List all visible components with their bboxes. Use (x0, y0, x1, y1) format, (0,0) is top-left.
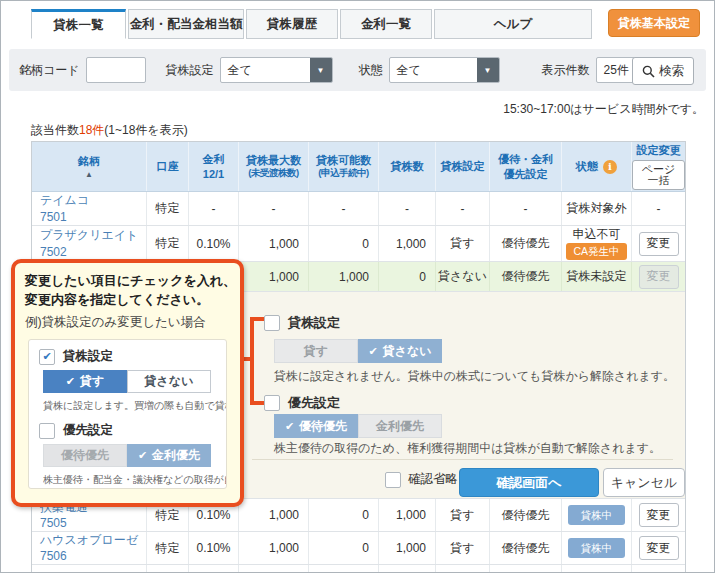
example-lending-toggle: ✔ 貸す 貸さない (43, 370, 211, 393)
result-count-suffix: (1~18件を表示) (104, 123, 187, 137)
stock-name-link[interactable]: プラザクリエイト7502 (32, 226, 147, 261)
status-cell: 貸株未設定 (562, 262, 632, 291)
change-button-disabled: 変更 (639, 265, 679, 289)
lending-setting-toggle: 貸す ✔ 貸さない (274, 339, 442, 363)
setting-filter-select[interactable]: 全て ▼ (220, 57, 333, 83)
priority-setting-checkbox-row: 優先設定 (264, 394, 340, 412)
service-hours-notice: 15:30~17:00はサービス時間外です。 (503, 101, 704, 118)
account-cell: 特定 (147, 192, 189, 225)
check-icon: ✔ (138, 450, 147, 461)
header-lending-count: 貸株数 (379, 142, 436, 191)
tab-help[interactable]: ヘルプ (434, 9, 592, 39)
example-lending-description: 貸株に設定します。買増の際も自動で貸株が行 (43, 399, 226, 413)
dropdown-arrow-icon: ▼ (477, 57, 499, 83)
change-button[interactable]: 変更 (639, 536, 679, 560)
action-cell: - (632, 192, 685, 225)
sort-asc-icon[interactable]: ▲ (85, 171, 93, 179)
qty-cell: - (379, 192, 436, 225)
table-row: ハウスオブローゼ7506 特定 0.10% 1,000 0 1,000 貸す 優… (32, 532, 685, 565)
status-filter-select[interactable]: 全て ▼ (389, 57, 500, 83)
max-cell: - (239, 192, 309, 225)
change-button[interactable]: 変更 (639, 503, 679, 527)
example-priority-checkbox[interactable] (39, 423, 55, 439)
stock-lending-page: 貸株一覧 金利・配当金相当額 貸株履歴 金利一覧 ヘルプ 貸株基本設定 銘柄コー… (0, 0, 715, 573)
code-input[interactable] (86, 57, 146, 83)
callout-bracket-bottom (250, 401, 264, 405)
lending-setting-description: 貸株に設定されません。貸株中の株式についても貸株から解除されます。 (274, 368, 675, 385)
stock-name-link[interactable]: テイムコ7501 (32, 192, 147, 225)
check-icon: ✔ (368, 346, 377, 357)
tab-bar: 貸株一覧 金利・配当金相当額 貸株履歴 金利一覧 ヘルプ (31, 9, 592, 39)
skip-confirm-checkbox[interactable] (385, 472, 401, 488)
tab-lending-list[interactable]: 貸株一覧 (31, 9, 126, 39)
example-interest-priority-option-selected[interactable]: ✔ 金利優先 (127, 444, 211, 467)
lend-option[interactable]: 貸す (274, 339, 358, 363)
info-icon[interactable]: i (603, 160, 617, 174)
action-cell: 変更 (632, 532, 685, 564)
search-icon (642, 65, 655, 78)
change-button[interactable]: 変更 (639, 232, 679, 256)
action-cell: 変更 (632, 226, 685, 261)
avail-cell: 1,000 (309, 262, 379, 291)
setting-cell: - (436, 192, 490, 225)
example-no-lend-option[interactable]: 貸さない (127, 370, 211, 393)
status-filter-value: 全て (390, 62, 421, 79)
lending-setting-checkbox[interactable] (264, 315, 280, 331)
priority-setting-checkbox[interactable] (264, 395, 280, 411)
lending-setting-checkbox-row: 貸株設定 (264, 314, 340, 332)
callout-title: 変更したい項目にチェックを入れ、 変更内容を指定してください。 (25, 272, 236, 310)
stock-name-link[interactable]: ハウスオブローゼ7506 (32, 532, 147, 564)
example-lending-checkbox-checked[interactable]: ✔ (39, 349, 55, 365)
status-cell: 貸株中 (562, 532, 632, 564)
status-text: 申込不可 (573, 227, 621, 241)
avail-cell: - (309, 192, 379, 225)
priority-cell: 優待優先 (490, 499, 562, 531)
example-lend-option-selected[interactable]: ✔ 貸す (43, 370, 127, 393)
table-row: プラザクリエイト7502 特定 0.10% 1,000 0 1,000 貸す 優… (32, 226, 685, 262)
header-account: 口座 (147, 142, 189, 191)
status-badge: CA発生中 (566, 243, 626, 260)
callout-example: 例)貸株設定のみ変更したい場合 (25, 314, 206, 331)
table-row-partial (32, 565, 685, 573)
tab-lending-history[interactable]: 貸株履歴 (246, 9, 338, 39)
skip-confirm-label: 確認省略 (408, 471, 458, 488)
page-batch-button[interactable]: ページ一括 (632, 160, 685, 190)
action-cell: 変更 (632, 262, 685, 291)
example-priority-toggle: 優待優先 ✔ 金利優先 (43, 444, 211, 467)
qty-cell: 1,000 (379, 532, 436, 564)
filter-bar: 銘柄コード 貸株設定 全て ▼ 状態 全て ▼ 表示件数 25件 ▼ 検索 (9, 49, 706, 91)
callout-bracket-line (250, 317, 254, 405)
example-benefit-priority-option[interactable]: 優待優先 (43, 444, 127, 467)
callout-example-box: ✔ 貸株設定 ✔ 貸す 貸さない 貸株に設定します。買増の際も自動で貸株が行 優… (28, 339, 227, 489)
setting-cell: 貸す (436, 499, 490, 531)
avail-cell: 0 (309, 226, 379, 261)
callout-bracket-top (250, 317, 264, 321)
tab-interest-list[interactable]: 金利一覧 (340, 9, 432, 39)
avail-cell: 0 (309, 532, 379, 564)
search-label: 検索 (659, 63, 684, 80)
confirm-button[interactable]: 確認画面へ (459, 468, 599, 497)
status-cell: 申込不可 CA発生中 (562, 226, 632, 261)
priority-setting-label: 優先設定 (288, 394, 340, 412)
no-lend-option-selected[interactable]: ✔ 貸さない (358, 339, 442, 363)
setting-cell: 貸す (436, 226, 490, 261)
cancel-button[interactable]: キャンセル (603, 468, 685, 497)
account-cell: 特定 (147, 532, 189, 564)
qty-cell: 1,000 (379, 499, 436, 531)
header-stock[interactable]: 銘柄 ▲ (32, 142, 147, 191)
lending-basic-settings-button[interactable]: 貸株基本設定 (608, 9, 700, 37)
priority-cell: 優待優先 (490, 532, 562, 564)
dropdown-arrow-icon: ▼ (310, 57, 332, 83)
header-lending-setting: 貸株設定 (436, 142, 490, 191)
search-button[interactable]: 検索 (632, 57, 694, 85)
setting-cell: 貸さない (436, 262, 490, 291)
tab-interest-dividend[interactable]: 金利・配当金相当額 (128, 9, 244, 39)
benefit-priority-option-selected[interactable]: ✔ 優待優先 (274, 414, 358, 438)
check-icon: ✔ (66, 376, 75, 387)
table-row: テイムコ7501 特定 - - - - - - 貸株対象外 - (32, 192, 685, 226)
rate-cell: 0.10% (189, 226, 239, 261)
skip-confirm-row: 確認省略 (385, 471, 458, 488)
priority-cell: 優待優先 (490, 226, 562, 261)
interest-priority-option[interactable]: 金利優先 (358, 414, 442, 438)
instruction-callout: 変更したい項目にチェックを入れ、 変更内容を指定してください。 例)貸株設定のみ… (11, 259, 244, 507)
